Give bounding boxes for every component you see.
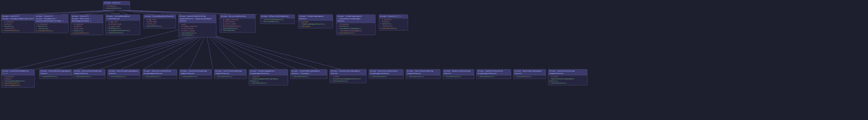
svg-line-24 <box>206 34 297 69</box>
ifi-item-1: + executeFunctor() <box>181 76 211 78</box>
igii-item-2: + ItemGroupImpItemGroupComputeFunctor() <box>250 78 287 82</box>
dcf-item-4: - DirectCodeFunctor() <box>221 25 254 28</box>
ifwa-item-2: + functionAddress() <box>261 21 293 23</box>
svg-line-25 <box>206 34 318 69</box>
iafi-item-1: + executeFunctor() <box>144 76 176 78</box>
title-itemgroupcompute: Arcane::ItemGroupComputeFunctor <box>299 15 333 21</box>
lcg-item-3: + executeFunctor() <box>331 80 365 82</box>
node-functort-meshcomp: Arcane::FunctorT<Arcane::Materials::Mesh… <box>71 14 103 35</box>
title-interfaceitem: Arcane::InterfaceItemGroupComputeFunctor <box>214 70 246 75</box>
node-ownactivecell: Arcane::OwnActiveCellGroupFunctor + exec… <box>443 69 474 79</box>
svg-line-20 <box>206 34 213 69</box>
svg-line-6 <box>117 10 155 14</box>
cfw-item-1: - m_function <box>338 24 374 26</box>
fwa-item-5: # functionAddress() <box>2 84 33 87</box>
mc-item-2: - m_object <box>72 26 102 28</box>
node-itemgroupimp: Arcane::ItemGroupImpItemGroupComputeFunc… <box>249 69 288 85</box>
svg-line-14 <box>78 34 206 69</box>
amb-item-2: - m_session_exec <box>107 23 139 26</box>
node-basicitempair: Arcane::BasicItemPairGroupComputeFunctor… <box>178 14 216 37</box>
title-activefaceitem: Arcane::ActiveFaceItemGroupComputeFuncto… <box>73 70 105 75</box>
oafi-item-1: + executeFunctor() <box>370 76 402 78</box>
item-2: - m_object <box>2 23 36 26</box>
mc-item-5: # executeFunctor() <box>72 32 102 34</box>
svg-line-21 <box>206 34 237 69</box>
title-ownactivefaceitem: Arcane::OwnActiveFaceItemGroupComputeFun… <box>476 70 511 75</box>
node-functort-caseoption: Arcane::FunctorT<Arcane::CaseOptionMulti… <box>1 14 37 33</box>
title-ghostitemgroup: Arcane::GhostItemGroupComputeFunctor <box>108 70 140 75</box>
node-itemgroupcompute: Arcane::ItemGroupComputeFunctor # m_grou… <box>298 14 333 28</box>
node-innerfaceitem: Arcane::InnerFaceItemGroupComputeFunctor… <box>179 69 212 79</box>
ofi-item-1: + executeFunctor() <box>407 76 439 78</box>
ci-item-1: - m_function <box>36 24 67 26</box>
ft-item-4: - ~FunctorT() <box>380 25 407 28</box>
dcf-item-6: + returnValue() <box>221 30 254 32</box>
svg-line-13 <box>55 34 206 69</box>
item-3: + FunctorT() <box>2 26 36 28</box>
title-functort-meshcomp: Arcane::FunctorT<Arcane::Materials::Mesh… <box>71 15 103 23</box>
oig-item-1: + executeFunctor() <box>515 76 545 78</box>
olcg-item-2: + OwnLevelCellGroupComputeFunctor() <box>550 78 586 82</box>
svg-line-8 <box>117 10 206 14</box>
igc-item-3: # itGroups() <box>300 26 332 28</box>
ifunctor-item-execute: + executeFunctor() <box>104 7 129 10</box>
bip-item-4: - m_return_value <box>180 30 215 32</box>
bip-item-2: - m_simple_executor <box>180 26 215 28</box>
lcg-item-2: + LevelCellGroupComputeFunctor() <box>331 78 365 80</box>
ft-item-5: # executeFunctor() <box>380 28 407 30</box>
diagram-container: Arcane::IFunctor ~ ~IFunctor() + execute… <box>0 0 868 120</box>
ame-item-1: - m_app_info <box>145 19 175 21</box>
svg-line-7 <box>117 10 182 14</box>
svg-line-18 <box>166 34 206 69</box>
node-functort-t: Arcane::FunctorT< T > - m_function - m_o… <box>379 14 408 30</box>
title-directcodefunctor: Arcane::DirectCodeFunctor <box>220 15 255 18</box>
dcf-item-3: - m_return_value <box>221 23 254 25</box>
item-4: - ~FunctorT() <box>2 28 36 30</box>
amb-item-1: - m_app_info <box>107 21 139 23</box>
title-ownlevelcellgroup: Arcane::OwnLevelCellGroupComputeFunctor <box>548 70 587 75</box>
ifwa-item-1: + ~IFunctorWithAddress() <box>261 19 293 21</box>
node-ifunctorwithaddress: Arcane::IFunctorWithAddress + ~IFunctorW… <box>260 14 295 24</box>
ci-item-4: # executeFunctor() <box>36 30 67 32</box>
cfw-item-3: + CustomFunctionWrapper() <box>338 28 374 30</box>
cfw-item-4: - ~CustomFunctionWrapper() <box>338 30 374 32</box>
amb-item-4: + ExecFunctor() <box>107 28 139 30</box>
oafi2-item-1: + executeFunctor() <box>478 76 510 78</box>
title-functort-caseoption: Arcane::FunctorT<Arcane::CaseOptionMulti… <box>1 15 37 21</box>
dcf-item-2: - m_old_functor <box>221 21 254 23</box>
node-interfaceitem: Arcane::InterfaceItemGroupComputeFunctor… <box>214 69 247 79</box>
node-directcodefunctor: Arcane::DirectCodeFunctor - m_simple_exe… <box>220 14 255 33</box>
olcg-item-1: - m_level <box>550 76 586 78</box>
amb-item-3: - m_local_rank <box>107 26 139 28</box>
node-outeractivefaceitem: Arcane::OuterActiveFaceItemGroupComputeF… <box>369 69 404 79</box>
gig-item-1: + executeFunctor() <box>109 76 139 78</box>
title-outeractivefaceitem: Arcane::OuterActiveFaceItemGroupComputeF… <box>369 70 403 75</box>
igc-item-2: + ItemGroupComputeFunctor() <box>300 23 332 26</box>
svg-line-19 <box>189 34 206 69</box>
svg-line-0 <box>13 10 117 14</box>
node-inneractivefaceitem: Arcane::InnerActiveFaceItemGroupComputeF… <box>142 69 177 79</box>
amb-item-5: + ArcaneMainExecFunctor() <box>107 30 139 32</box>
title-arcanemainexec: Arcane::ArcaneMainExecFunctor <box>144 15 176 18</box>
node-customfuncwrapper: Arcane::ItemGroupCompute::CustomFunction… <box>336 14 375 35</box>
node-itemitemgroup: Arcane::ItemItemGroupComputeFunctor::Ite… <box>290 69 327 79</box>
svg-line-16 <box>121 34 206 69</box>
svg-line-1 <box>37 10 117 14</box>
title-arcanemainbatch: Arcane::ArcaneMainBatch::ExecFunctor <box>105 15 140 21</box>
mc-item-1: - m_function <box>72 24 102 26</box>
node-ifunctor: Arcane::IFunctor ~ ~IFunctor() + execute… <box>103 1 130 10</box>
igii-item-1: - m_parent <box>250 76 287 78</box>
mc-item-4: + FunctorT() <box>72 30 102 32</box>
fwa-item-4: # executeFunctor() <box>2 82 33 84</box>
bip-item-6: + returnValue() <box>180 34 215 36</box>
fwa-item-1: - m_function <box>2 76 33 78</box>
ft-item-2: - m_object <box>380 21 407 23</box>
fwa-item-3: + ~FunctorWithAddressT() <box>2 80 33 82</box>
item-1: - m_function <box>2 21 36 23</box>
svg-line-23 <box>206 34 277 69</box>
title-ifunctorwithaddress: Arcane::IFunctorWithAddress <box>260 15 294 18</box>
svg-line-26 <box>206 34 341 69</box>
oac-item-1: + executeFunctor() <box>444 76 473 78</box>
title-ownitemgroup: Arcane::OwnItemGroupComputeFunctor <box>514 70 546 75</box>
dcf-item-1: - m_simple_executor <box>221 19 254 21</box>
